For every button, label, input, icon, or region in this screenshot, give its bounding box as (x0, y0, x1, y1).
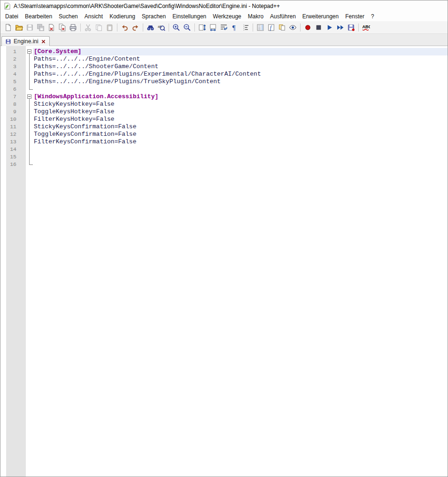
save-all-icon[interactable] (36, 23, 46, 32)
bookmark-margin[interactable] (18, 123, 26, 131)
spell-check-icon[interactable]: ABC (361, 23, 371, 32)
open-file-icon[interactable] (14, 23, 24, 32)
title-bar[interactable]: A:\Steam\steamapps\common\ARK\ShooterGam… (0, 0, 448, 11)
menu-item-suchen[interactable]: Suchen (55, 12, 81, 21)
macro-record-icon[interactable] (303, 23, 313, 32)
code-text[interactable]: FilterKeysConfirmation=False (33, 138, 448, 146)
toolbar-separator (169, 23, 169, 31)
code-text[interactable]: [Core.System] (33, 48, 448, 55)
find-icon[interactable] (146, 23, 155, 32)
doc-switcher-icon[interactable] (277, 23, 287, 32)
editor-line: 12ToggleKeysConfirmation=False (0, 131, 448, 138)
line-number: 11 (6, 123, 18, 131)
menu-item-werkzeuge[interactable]: Werkzeuge (209, 12, 244, 21)
code-text[interactable] (33, 161, 448, 168)
sync-horizontal-icon[interactable] (208, 23, 218, 32)
tab-close-icon[interactable] (41, 39, 46, 44)
fold-margin[interactable] (26, 48, 33, 55)
indent-guide-icon[interactable] (240, 23, 250, 32)
menu-item-datei[interactable]: Datei (2, 12, 22, 21)
macro-save-icon[interactable] (346, 23, 356, 32)
cut-icon[interactable] (83, 23, 93, 32)
menu-item-ansicht[interactable]: Ansicht (81, 12, 106, 21)
code-text[interactable]: FilterKeysHotkey=False (33, 116, 448, 123)
menu-bar: DateiBearbeitenSuchenAnsichtKodierungSpr… (0, 11, 448, 21)
code-text[interactable]: [WindowsApplication.Accessibility] (33, 93, 448, 101)
menu-item-?[interactable]: ? (368, 12, 378, 21)
code-text[interactable]: Paths=../../../ShooterGame/Content (33, 63, 448, 70)
paste-icon[interactable] (105, 23, 115, 32)
code-text[interactable]: ToggleKeysHotkey=False (33, 108, 448, 116)
fold-margin (26, 55, 33, 63)
line-number: 9 (6, 108, 18, 116)
tab-engine-ini[interactable]: Engine.ini (1, 36, 50, 46)
bookmark-margin[interactable] (18, 161, 26, 168)
menu-item-erweiterungen[interactable]: Erweiterungen (299, 12, 342, 21)
editor-line: 10FilterKeysHotkey=False (0, 116, 448, 123)
function-list-icon[interactable]: f (266, 23, 276, 32)
code-text[interactable]: ToggleKeysConfirmation=False (33, 131, 448, 138)
bookmark-margin[interactable] (18, 138, 26, 146)
menu-item-einstellungen[interactable]: Einstellungen (169, 12, 209, 21)
line-number: 15 (6, 153, 18, 161)
bookmark-margin[interactable] (18, 63, 26, 70)
code-text[interactable]: StickyKeysHotkey=False (33, 101, 448, 108)
copy-icon[interactable] (94, 23, 104, 32)
zoom-out-icon[interactable] (182, 23, 192, 32)
macro-play-icon[interactable] (324, 23, 334, 32)
sync-vertical-icon[interactable] (197, 23, 207, 32)
line-number: 13 (6, 138, 18, 146)
code-text[interactable]: Paths=../../../Engine/Content (33, 55, 448, 63)
macro-run-multiple-icon[interactable] (335, 23, 345, 32)
toolbar-separator (300, 23, 301, 31)
code-text[interactable]: Paths=../../../Engine/Plugins/TrueSkyPlu… (33, 78, 448, 86)
editor-line: 2Paths=../../../Engine/Content (0, 55, 448, 63)
bookmark-margin[interactable] (18, 131, 26, 138)
word-wrap-icon[interactable] (219, 23, 229, 32)
bookmark-margin[interactable] (18, 48, 26, 55)
code-text[interactable] (33, 86, 448, 93)
save-icon[interactable] (25, 23, 35, 32)
menu-item-kodierung[interactable]: Kodierung (106, 12, 139, 21)
monitoring-icon[interactable] (288, 23, 298, 32)
menu-item-ausfhren[interactable]: Ausführen (267, 12, 299, 21)
show-all-chars-icon[interactable]: ¶ (230, 23, 239, 32)
bookmark-margin[interactable] (18, 153, 26, 161)
code-text[interactable] (33, 146, 448, 153)
undo-icon[interactable] (120, 23, 130, 32)
print-icon[interactable] (68, 23, 78, 32)
bookmark-margin[interactable] (18, 93, 26, 101)
menu-item-sprachen[interactable]: Sprachen (139, 12, 169, 21)
editor-line: 9ToggleKeysHotkey=False (0, 108, 448, 116)
bookmark-margin[interactable] (18, 86, 26, 93)
bookmark-margin[interactable] (18, 108, 26, 116)
bookmark-margin[interactable] (18, 70, 26, 78)
doc-map-icon[interactable] (255, 23, 265, 32)
editor-line: 6 (0, 86, 448, 93)
replace-icon[interactable]: ab (156, 23, 166, 32)
close-icon[interactable] (46, 23, 56, 32)
editor-line: 1[Core.System] (0, 48, 448, 55)
code-text[interactable] (33, 153, 448, 161)
left-margin (0, 123, 6, 131)
bookmark-margin[interactable] (18, 146, 26, 153)
macro-stop-icon[interactable] (314, 23, 324, 32)
code-text[interactable]: Paths=../../../Engine/Plugins/Experiment… (33, 70, 448, 78)
bookmark-margin[interactable] (18, 101, 26, 108)
bookmark-margin[interactable] (18, 78, 26, 86)
menu-item-bearbeiten[interactable]: Bearbeiten (22, 12, 55, 21)
fold-margin[interactable] (26, 93, 33, 101)
editor-filler[interactable] (0, 168, 448, 477)
editor[interactable]: 1[Core.System]2Paths=../../../Engine/Con… (0, 46, 448, 477)
bookmark-margin[interactable] (18, 55, 26, 63)
new-file-icon[interactable] (3, 23, 13, 32)
menu-item-fenster[interactable]: Fenster (342, 12, 368, 21)
bookmark-margin[interactable] (18, 116, 26, 123)
toolbar-separator (80, 23, 81, 31)
close-all-icon[interactable] (57, 23, 67, 32)
redo-icon[interactable] (131, 23, 140, 32)
code-text[interactable]: StickyKeysConfirmation=False (33, 123, 448, 131)
fold-margin (26, 78, 33, 86)
zoom-in-icon[interactable] (171, 23, 181, 32)
menu-item-makro[interactable]: Makro (245, 12, 267, 21)
